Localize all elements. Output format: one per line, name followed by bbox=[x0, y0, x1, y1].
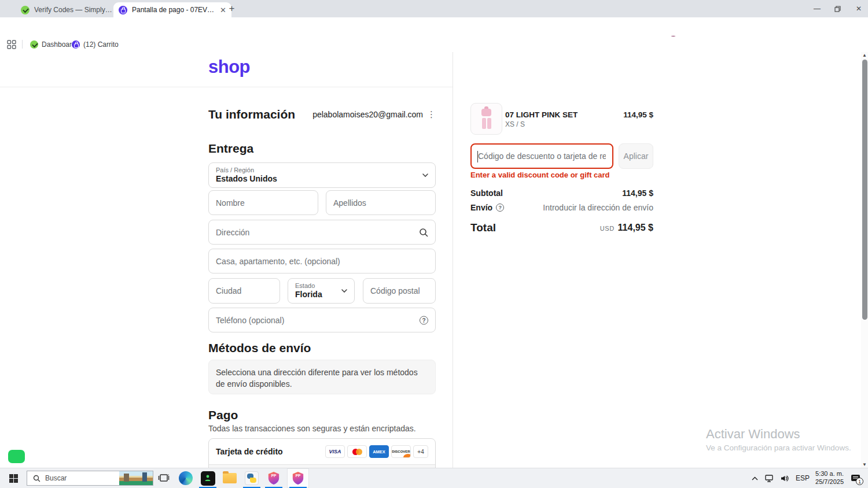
bookmark-cart[interactable]: (12) Carrito bbox=[72, 39, 119, 50]
first-name-field[interactable] bbox=[208, 190, 318, 215]
phone-field[interactable]: ? bbox=[208, 308, 436, 332]
payment-title: Pago bbox=[208, 408, 238, 422]
amex-icon: AMEX bbox=[369, 445, 389, 458]
total-label: Total bbox=[470, 221, 496, 234]
product-thumbnail[interactable] bbox=[470, 103, 502, 135]
page-scrollbar[interactable]: ▲ ▼ bbox=[861, 52, 868, 468]
address-input[interactable] bbox=[209, 220, 435, 244]
browser-tab-bar: Verify Codes — SimplyCodes Pantalla de p… bbox=[0, 0, 868, 17]
country-value: Estados Unidos bbox=[216, 174, 418, 184]
discount-code-field[interactable] bbox=[470, 143, 613, 169]
window-close-button[interactable]: ✕ bbox=[849, 0, 868, 17]
bookmark-label: (12) Carrito bbox=[83, 40, 119, 49]
taskbar-search[interactable]: Buscar bbox=[27, 471, 153, 486]
python-icon bbox=[245, 471, 259, 485]
edge-taskbar-button[interactable] bbox=[175, 468, 197, 488]
tray-chevron-icon[interactable] bbox=[749, 472, 760, 484]
new-tab-button[interactable]: + bbox=[227, 4, 237, 14]
shield-app-button-2[interactable]: PP bbox=[287, 468, 309, 488]
total-row: Total USD 114,95 $ bbox=[470, 221, 653, 234]
tray-time: 5:30 a. m. bbox=[815, 470, 844, 477]
last-name-field[interactable] bbox=[326, 190, 436, 215]
restore-icon bbox=[834, 6, 841, 12]
task-view-button[interactable] bbox=[153, 468, 175, 488]
subtotal-row: Subtotal 114,95 $ bbox=[470, 188, 653, 198]
header-divider bbox=[0, 87, 453, 87]
shield-app-button-1[interactable]: PP bbox=[263, 468, 285, 488]
country-select[interactable]: País / Región Estados Unidos bbox=[208, 162, 436, 188]
tray-date: 25/7/2025 bbox=[815, 478, 844, 485]
phone-input[interactable] bbox=[209, 308, 435, 332]
apply-button[interactable]: Aplicar bbox=[619, 143, 653, 169]
notification-count: 1 bbox=[856, 478, 863, 485]
payment-subtitle: Todas las transacciones son seguras y es… bbox=[208, 424, 416, 433]
discount-code-input[interactable] bbox=[472, 145, 612, 168]
total-value: 114,95 $ bbox=[618, 223, 653, 233]
windows-taskbar: Buscar PP PP bbox=[0, 468, 868, 488]
windows-logo-icon bbox=[9, 474, 18, 483]
shop-logo[interactable]: shop bbox=[208, 57, 250, 77]
country-label: País / Región bbox=[216, 167, 418, 174]
zip-field[interactable] bbox=[363, 278, 436, 304]
product-price: 114,95 $ bbox=[623, 110, 653, 119]
apartment-field[interactable] bbox=[208, 249, 436, 273]
chevron-down-icon bbox=[341, 289, 347, 293]
help-icon[interactable]: ? bbox=[420, 316, 428, 324]
last-name-input[interactable] bbox=[326, 191, 435, 215]
bookmark-label: Dashboard bbox=[42, 40, 76, 49]
search-highlight-image[interactable] bbox=[119, 471, 153, 485]
panel-divider bbox=[453, 52, 453, 468]
state-label: Estado bbox=[295, 282, 337, 290]
state-select[interactable]: Estado Florida bbox=[288, 278, 355, 304]
window-restore-button[interactable] bbox=[827, 0, 847, 17]
shield-app-icon: PP bbox=[267, 471, 280, 485]
clock[interactable]: 5:30 a. m. 25/7/2025 bbox=[815, 470, 844, 486]
tab-close-icon[interactable]: ✕ bbox=[220, 6, 226, 14]
shipping-notice: Selecciona una dirección diferente para … bbox=[208, 360, 436, 394]
shipping-row: Envío ? Introducir la dirección de envío bbox=[470, 203, 653, 212]
watermark-subtitle: Ve a Configuración para activar Windows. bbox=[706, 443, 851, 452]
shop-favicon-icon bbox=[72, 40, 80, 49]
visa-icon: VISA bbox=[325, 445, 345, 458]
city-field[interactable] bbox=[208, 278, 280, 304]
zip-input[interactable] bbox=[363, 279, 435, 303]
product-variant: XS / S bbox=[505, 120, 525, 128]
first-name-input[interactable] bbox=[209, 191, 318, 215]
scroll-up-icon[interactable]: ▲ bbox=[862, 53, 867, 58]
volume-icon[interactable] bbox=[779, 472, 790, 484]
tab-simplycodes[interactable]: Verify Codes — SimplyCodes bbox=[16, 3, 122, 17]
tab-checkout[interactable]: Pantalla de pago - 07EVEN.USA ✕ bbox=[113, 2, 231, 17]
window-minimize-button[interactable]: — bbox=[807, 0, 827, 17]
city-input[interactable] bbox=[209, 279, 279, 303]
network-icon[interactable] bbox=[764, 472, 775, 484]
dark-app-icon bbox=[201, 471, 215, 486]
apartment-input[interactable] bbox=[209, 249, 435, 273]
scroll-down-icon[interactable]: ▼ bbox=[862, 463, 867, 467]
language-indicator[interactable]: ESP bbox=[796, 474, 810, 482]
shield-app-icon: PP bbox=[292, 471, 304, 485]
credit-card-option[interactable]: Tarjeta de crédito VISA AMEX DISCOVER +4 bbox=[208, 438, 436, 468]
shipping-label: Envío bbox=[470, 203, 492, 212]
address-field[interactable] bbox=[208, 220, 436, 245]
kebab-menu-icon[interactable]: ⋮ bbox=[427, 109, 436, 120]
start-button[interactable] bbox=[0, 468, 27, 488]
notification-center-icon[interactable]: 1 bbox=[848, 472, 862, 485]
watermark-title: Activar Windows bbox=[706, 427, 851, 442]
file-explorer-button[interactable] bbox=[219, 468, 241, 488]
shipping-methods-title: Métodos de envío bbox=[208, 341, 311, 355]
dark-app-taskbar-button[interactable] bbox=[197, 468, 219, 488]
python-app-button[interactable] bbox=[241, 468, 263, 488]
edge-icon bbox=[179, 471, 193, 485]
shipping-help-icon[interactable]: ? bbox=[496, 204, 504, 212]
bookmarks-bar: Dashboard (12) Carrito bbox=[0, 36, 868, 53]
product-name: 07 LIGHT PINK SET bbox=[505, 110, 578, 119]
simplycodes-overlay-pill[interactable] bbox=[8, 450, 25, 463]
scrollbar-thumb[interactable] bbox=[862, 60, 867, 320]
discount-error: Enter a valid discount code or gift card bbox=[470, 171, 610, 179]
apps-grid-icon[interactable] bbox=[7, 39, 16, 50]
state-value: Florida bbox=[295, 290, 337, 300]
subtotal-label: Subtotal bbox=[470, 188, 503, 198]
bookmark-dashboard[interactable]: Dashboard bbox=[30, 39, 76, 50]
customer-email: pelabolamoises20@gmail.com bbox=[312, 110, 423, 119]
chevron-down-icon bbox=[422, 173, 428, 178]
